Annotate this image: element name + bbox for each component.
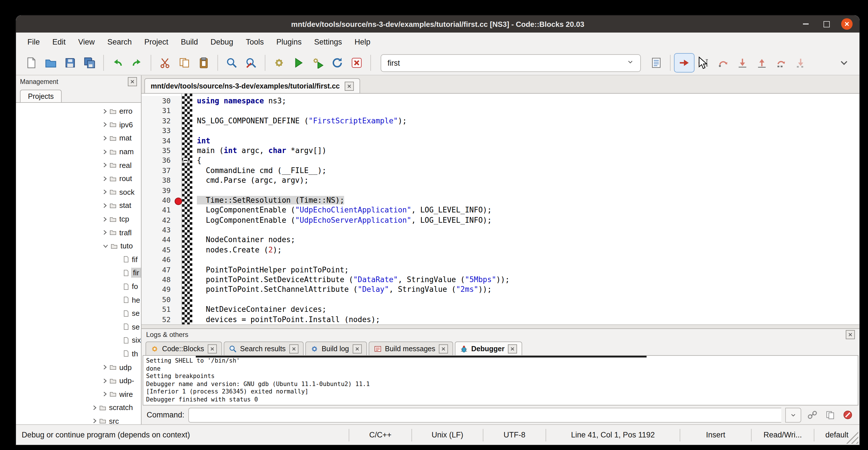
tree-item-udp-[interactable]: udp- <box>16 374 141 387</box>
breakpoint-gutter[interactable] <box>175 146 182 156</box>
tree-item-se[interactable]: se <box>16 320 141 333</box>
breakpoint-gutter[interactable] <box>175 235 182 245</box>
tree-item-real[interactable]: real <box>16 158 141 172</box>
attach-link-button[interactable] <box>805 408 819 422</box>
line-number[interactable]: 42 <box>142 215 175 225</box>
menu-debug[interactable]: Debug <box>205 34 239 49</box>
tree-item-he[interactable]: he <box>16 293 141 307</box>
command-history-dropdown[interactable] <box>785 408 801 422</box>
menu-edit[interactable]: Edit <box>47 34 72 49</box>
tree-item-mat[interactable]: mat <box>16 131 141 145</box>
chevron-right-icon[interactable] <box>103 216 107 222</box>
breakpoint-gutter[interactable] <box>175 275 182 285</box>
step-into-instruction-button[interactable] <box>791 54 810 72</box>
code-line-51[interactable]: 51 NetDeviceContainer devices; <box>142 304 860 314</box>
redo-button[interactable] <box>127 54 147 72</box>
abort-build-button[interactable] <box>347 54 366 72</box>
chevron-right-icon[interactable] <box>92 418 97 424</box>
line-number[interactable]: 30 <box>142 96 175 106</box>
undo-button[interactable] <box>108 54 127 72</box>
log-tab-search-results[interactable]: Search results <box>223 341 303 355</box>
tree-item-udp[interactable]: udp <box>16 361 141 374</box>
line-number[interactable]: 37 <box>142 165 175 175</box>
minimize-button[interactable] <box>800 18 811 30</box>
chevron-right-icon[interactable] <box>103 122 107 128</box>
cut-button[interactable] <box>155 54 175 72</box>
line-number[interactable]: 49 <box>142 285 175 295</box>
log-tab-close-button[interactable] <box>289 344 298 354</box>
line-number[interactable]: 41 <box>142 205 175 215</box>
tree-item-se[interactable]: se <box>16 307 141 320</box>
line-number[interactable]: 44 <box>142 235 175 245</box>
breakpoint-gutter[interactable] <box>175 185 182 195</box>
title-bar[interactable]: mnt/dev/tools/source/ns-3-dev/examples/t… <box>16 16 860 33</box>
search-input-value[interactable]: first <box>388 59 400 67</box>
breakpoint-gutter[interactable] <box>175 205 182 215</box>
log-tab-close-button[interactable] <box>508 344 517 354</box>
tab-projects[interactable]: Projects <box>20 90 62 102</box>
log-tab-build-log[interactable]: Build log <box>305 341 367 355</box>
copy-button[interactable] <box>175 54 194 72</box>
code-line-40[interactable]: 40 Time::SetResolution (Time::NS); <box>142 195 860 205</box>
breakpoint-gutter[interactable] <box>175 116 182 126</box>
tree-item-scratch[interactable]: scratch <box>16 401 141 414</box>
tree-item-trafl[interactable]: trafl <box>16 226 141 239</box>
tree-item-fif[interactable]: fif <box>16 253 141 266</box>
editor-tab-first-cc[interactable]: mnt/dev/tools/source/ns-3-dev/examples/t… <box>144 78 361 93</box>
tree-item-ipv6[interactable]: ipv6 <box>16 118 141 131</box>
chevron-right-icon[interactable] <box>103 162 107 168</box>
debug-continue-button[interactable] <box>675 54 694 72</box>
line-number[interactable]: 35 <box>142 146 175 156</box>
code-line-42[interactable]: 42 LogComponentEnable ("UdpEchoServerApp… <box>142 215 860 225</box>
menu-settings[interactable]: Settings <box>308 34 348 49</box>
menu-view[interactable]: View <box>72 34 100 49</box>
menu-search[interactable]: Search <box>101 34 137 49</box>
log-tab-build-messages[interactable]: Build messages <box>368 341 453 355</box>
tree-item-erro[interactable]: erro <box>16 104 141 118</box>
code-line-52[interactable]: 52 devices = pointToPoint.Install (nodes… <box>142 314 860 324</box>
code-line-49[interactable]: 49 pointToPoint.SetChannelAttribute ("De… <box>142 285 860 295</box>
new-file-button[interactable] <box>22 54 41 72</box>
chevron-right-icon[interactable] <box>103 136 107 141</box>
stop-debugger-button[interactable] <box>841 408 854 422</box>
code-line-36[interactable]: 36{ <box>142 156 860 166</box>
tree-item-src[interactable]: src <box>16 414 141 424</box>
menu-file[interactable]: File <box>22 34 45 49</box>
line-number[interactable]: 51 <box>142 304 175 314</box>
chevron-right-icon[interactable] <box>103 176 107 182</box>
breakpoint-gutter[interactable] <box>175 165 182 175</box>
tree-item-th[interactable]: th <box>16 347 141 360</box>
chevron-right-icon[interactable] <box>103 364 107 370</box>
chevron-right-icon[interactable] <box>92 405 97 411</box>
log-tab-code-blocks[interactable]: Code::Blocks <box>146 341 222 355</box>
debugger-output[interactable]: Setting SHELL to '/bin/sh'doneSetting br… <box>143 355 858 406</box>
tree-item-fir[interactable]: fir <box>16 266 141 279</box>
chevron-right-icon[interactable] <box>103 189 107 195</box>
next-line-button[interactable] <box>713 54 733 72</box>
save-all-button[interactable] <box>80 54 99 72</box>
code-line-35[interactable]: 35main (int argc, char *argv[]) <box>142 146 860 156</box>
line-number[interactable]: 45 <box>142 245 175 255</box>
replace-button[interactable] <box>241 54 261 72</box>
breakpoint-gutter[interactable] <box>175 295 182 305</box>
editor-tab-close-button[interactable] <box>345 82 354 91</box>
menu-help[interactable]: Help <box>349 34 376 49</box>
code-line-48[interactable]: 48 pointToPoint.SetDeviceAttribute ("Dat… <box>142 275 860 285</box>
tree-item-nam[interactable]: nam <box>16 145 141 158</box>
chevron-right-icon[interactable] <box>103 230 107 235</box>
build-button[interactable] <box>269 54 289 72</box>
code-line-39[interactable]: 39 <box>142 185 860 195</box>
code-line-50[interactable]: 50 <box>142 295 860 305</box>
code-line-30[interactable]: 30using namespace ns3; <box>142 96 860 106</box>
open-files-list-button[interactable] <box>647 54 666 72</box>
line-number[interactable]: 31 <box>142 106 175 116</box>
tree-item-stat[interactable]: stat <box>16 199 141 212</box>
menu-project[interactable]: Project <box>139 34 174 49</box>
breakpoint-gutter[interactable] <box>175 96 182 106</box>
tree-item-tcp[interactable]: tcp <box>16 212 141 226</box>
line-number[interactable]: 38 <box>142 175 175 185</box>
chevron-right-icon[interactable] <box>103 378 107 384</box>
code-editor[interactable]: 30using namespace ns3;3132NS_LOG_COMPONE… <box>142 94 860 324</box>
rebuild-button[interactable] <box>328 54 347 72</box>
toolbar-overflow-button[interactable] <box>834 54 854 72</box>
